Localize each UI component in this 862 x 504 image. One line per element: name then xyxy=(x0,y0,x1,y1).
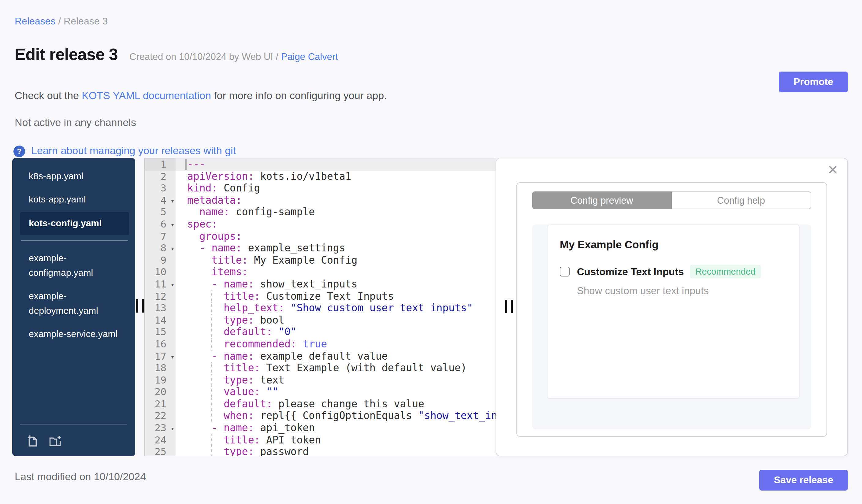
line-number: 19 xyxy=(145,374,175,386)
file-item[interactable]: example-service.yaml xyxy=(20,323,129,344)
code-line[interactable]: --- xyxy=(175,158,496,170)
code-line[interactable]: metadata: xyxy=(175,195,496,207)
fold-arrow-icon[interactable]: ▾ xyxy=(171,243,174,255)
code-line[interactable]: value: "" xyxy=(175,386,496,398)
line-number: 1 xyxy=(145,158,175,170)
code-line[interactable]: default: "0" xyxy=(175,326,496,338)
preview-tabs: Config previewConfig help xyxy=(532,191,811,209)
code-line[interactable]: spec: xyxy=(175,218,496,230)
code-line[interactable]: title: API token xyxy=(175,434,496,446)
line-number: 25 xyxy=(145,446,175,456)
close-icon[interactable]: ✕ xyxy=(827,163,838,177)
fold-arrow-icon[interactable]: ▾ xyxy=(171,423,174,435)
indent-guide xyxy=(211,362,212,374)
page-title: Edit release 3 xyxy=(15,45,118,64)
sidebar-editor-rail xyxy=(135,158,144,456)
line-number: 11▾ xyxy=(145,278,175,290)
file-item[interactable]: kots-app.yaml xyxy=(20,189,129,210)
indent-guide xyxy=(211,434,212,446)
kots-yaml-doc-link[interactable]: KOTS YAML documentation xyxy=(82,90,211,102)
doc-suffix: for more info on configuring your app. xyxy=(211,90,387,102)
code-line[interactable]: type: password xyxy=(175,446,496,456)
created-info: Created on 10/10/2024 by Web UI / Paige … xyxy=(129,51,338,62)
code-line[interactable]: - name: example_default_value xyxy=(175,350,496,362)
indent-guide xyxy=(211,398,212,410)
code-line[interactable]: - name: api_token xyxy=(175,422,496,434)
line-number: 23▾ xyxy=(145,422,175,434)
breadcrumb-releases-link[interactable]: Releases xyxy=(15,16,55,26)
config-group-title: My Example Config xyxy=(560,239,787,251)
sidebar-resize-handle[interactable] xyxy=(136,299,144,313)
config-item-label: Customize Text Inputs xyxy=(577,266,684,277)
code-line[interactable]: when: repl{{ ConfigOptionEquals "show_te… xyxy=(175,410,496,422)
code-line[interactable]: - name: example_settings xyxy=(175,242,496,254)
page: Releases / Release 3 Edit release 3 Crea… xyxy=(0,0,862,504)
line-number: 8▾ xyxy=(145,242,175,254)
breadcrumb-separator: / xyxy=(55,16,64,26)
line-number: 24 xyxy=(145,434,175,446)
file-sidebar: k8s-app.yamlkots-app.yamlkots-config.yam… xyxy=(12,158,135,456)
editor-code[interactable]: ---apiVersion: kots.io/v1beta1kind: Conf… xyxy=(175,158,496,456)
save-release-button[interactable]: Save release xyxy=(759,470,848,491)
code-line[interactable]: title: My Example Config xyxy=(175,254,496,266)
code-line[interactable]: groups: xyxy=(175,230,496,242)
line-number: 3 xyxy=(145,182,175,194)
tab-config-help[interactable]: Config help xyxy=(671,191,811,209)
file-item[interactable]: kots-config.yaml xyxy=(20,212,129,235)
promote-button[interactable]: Promote xyxy=(779,71,848,92)
line-number: 18 xyxy=(145,362,175,374)
config-item-row: Customize Text Inputs Recommended xyxy=(560,265,787,278)
fold-arrow-icon[interactable]: ▾ xyxy=(171,279,174,291)
channel-status: Not active in any channels xyxy=(15,117,136,129)
indent-guide xyxy=(211,302,212,314)
code-line[interactable]: title: Text Example (with default value) xyxy=(175,362,496,374)
code-line[interactable]: type: text xyxy=(175,374,496,386)
editor-preview-resize-handle[interactable] xyxy=(505,300,513,313)
handle-bar xyxy=(505,300,507,313)
workspace: k8s-app.yamlkots-app.yamlkots-config.yam… xyxy=(12,158,848,456)
line-number: 4▾ xyxy=(145,195,175,207)
file-item[interactable]: example-deployment.yaml xyxy=(20,286,129,321)
recommended-badge: Recommended xyxy=(690,265,761,278)
learn-git-link[interactable]: Learn about managing your releases with … xyxy=(31,145,236,157)
code-line[interactable]: help_text: "Show custom user text inputs… xyxy=(175,302,496,314)
file-list: k8s-app.yamlkots-app.yamlkots-config.yam… xyxy=(12,158,135,344)
code-line[interactable]: name: config-sample xyxy=(175,207,496,218)
add-folder-icon[interactable] xyxy=(49,434,62,447)
code-line[interactable]: title: Customize Text Inputs xyxy=(175,290,496,302)
breadcrumb: Releases / Release 3 xyxy=(15,16,108,27)
line-number: 6▾ xyxy=(145,218,175,230)
fold-arrow-icon[interactable]: ▾ xyxy=(171,351,174,363)
customize-text-inputs-checkbox[interactable] xyxy=(560,267,570,277)
fold-arrow-icon[interactable]: ▾ xyxy=(171,195,174,207)
code-line[interactable]: default: please change this value xyxy=(175,398,496,410)
line-number: 15 xyxy=(145,326,175,338)
tab-config-preview[interactable]: Config preview xyxy=(532,191,671,209)
indent-guide xyxy=(211,410,212,422)
doc-line: Check out the KOTS YAML documentation fo… xyxy=(15,90,387,102)
indent-guide xyxy=(211,386,212,398)
file-item[interactable]: example-configmap.yaml xyxy=(20,248,129,283)
line-number: 21 xyxy=(145,398,175,410)
handle-bar xyxy=(136,299,138,313)
code-line[interactable]: items: xyxy=(175,266,496,278)
file-list-divider xyxy=(21,240,128,241)
code-line[interactable]: - name: show_text_inputs xyxy=(175,278,496,290)
code-line[interactable]: type: bool xyxy=(175,314,496,326)
add-file-icon[interactable] xyxy=(26,434,39,447)
config-group-card: My Example Config Customize Text Inputs … xyxy=(547,225,800,399)
line-number: 12 xyxy=(145,290,175,302)
learn-row: ? Learn about managing your releases wit… xyxy=(13,145,236,157)
preview-card: Config previewConfig help My Example Con… xyxy=(516,182,827,437)
fold-arrow-icon[interactable]: ▾ xyxy=(171,219,174,231)
line-number: 7 xyxy=(145,230,175,242)
created-author-link[interactable]: Paige Calvert xyxy=(281,51,338,62)
file-item[interactable]: k8s-app.yaml xyxy=(20,166,129,187)
yaml-editor[interactable]: 1234▾56▾78▾91011▾121314151617▾1819202122… xyxy=(144,158,496,456)
code-line[interactable]: recommended: true xyxy=(175,338,496,350)
code-line[interactable]: kind: Config xyxy=(175,182,496,194)
indent-guide xyxy=(211,314,212,326)
line-number: 2 xyxy=(145,170,175,182)
last-modified-text: Last modified on 10/10/2024 xyxy=(15,471,146,483)
code-line[interactable]: apiVersion: kots.io/v1beta1 xyxy=(175,170,496,182)
